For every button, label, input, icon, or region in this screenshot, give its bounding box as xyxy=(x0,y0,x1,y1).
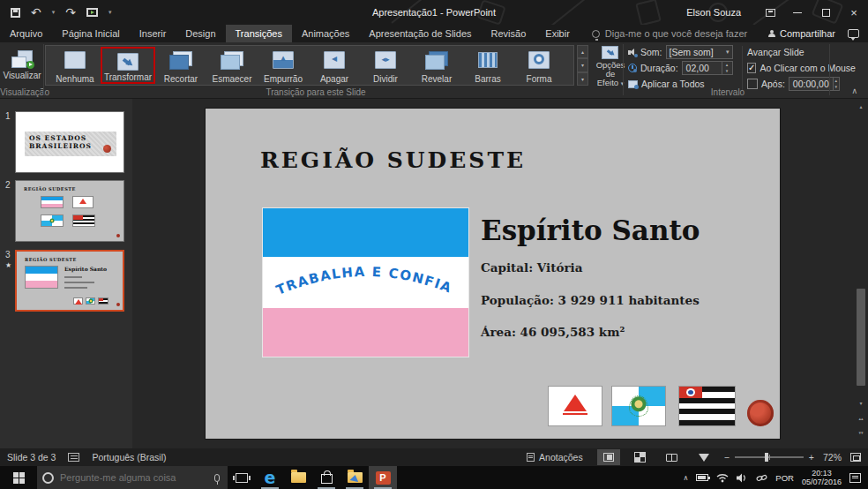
vertical-scrollbar[interactable]: ▴ ▾ ▴▴ ▾▾ xyxy=(856,99,866,448)
transition-empurrao[interactable]: ▴ Empurrão xyxy=(258,47,309,84)
cortana-search-box[interactable] xyxy=(37,466,228,489)
collapse-ribbon-icon[interactable]: ∧ xyxy=(851,87,857,95)
undo-icon[interactable]: ↶ xyxy=(31,6,41,19)
tell-me-box[interactable]: Diga-me o que você deseja fazer xyxy=(592,25,747,42)
normal-view-button[interactable] xyxy=(597,449,620,465)
zoom-slider[interactable] xyxy=(735,456,804,458)
reading-view-button[interactable] xyxy=(661,449,684,465)
wax-seal[interactable] xyxy=(747,400,774,426)
proofing-language-icon[interactable] xyxy=(68,453,79,462)
scroll-down-icon[interactable]: ▾ xyxy=(856,397,866,408)
tab-animacoes[interactable]: Animações xyxy=(292,25,359,42)
tab-design[interactable]: Design xyxy=(176,25,225,42)
population-line[interactable]: População: 3 929 911 habitantes xyxy=(481,293,700,307)
preview-button[interactable]: Visualizar xyxy=(3,44,41,87)
zoom-slider-handle[interactable] xyxy=(765,453,768,462)
ribbon-display-options-icon[interactable] xyxy=(757,0,783,25)
duration-spinner[interactable]: 02,00 ▴▾ xyxy=(682,61,733,75)
scrollbar-thumb[interactable] xyxy=(857,289,865,386)
next-slide-icon[interactable]: ▾▾ xyxy=(856,427,866,438)
slide-thumbnail-3-selected[interactable]: REGIÃO SUDESTE Espírito Santo xyxy=(15,250,124,312)
redo-icon[interactable]: ↷ xyxy=(65,6,76,19)
action-center-icon[interactable] xyxy=(849,473,861,483)
scroll-up-icon[interactable]: ▴ xyxy=(856,101,866,111)
gallery-scroll-down-icon[interactable]: ▾ xyxy=(577,58,588,71)
transition-barras[interactable]: Barras xyxy=(462,47,513,84)
tell-me-label: Diga-me o que você deseja fazer xyxy=(605,28,747,39)
gallery-scroll-up-icon[interactable]: ▴ xyxy=(577,45,588,58)
show-hidden-icons-chevron[interactable]: ∧ xyxy=(684,474,689,482)
on-click-checkbox[interactable]: ✓ xyxy=(747,63,756,73)
gallery-more-icon[interactable]: ▾ xyxy=(577,72,588,86)
microphone-icon[interactable] xyxy=(214,474,220,482)
slideshow-view-button[interactable] xyxy=(692,449,715,465)
transition-esmaecer[interactable]: Esmaecer xyxy=(206,47,258,84)
transition-recortar[interactable]: Recortar xyxy=(155,47,206,84)
tab-apresentacao-de-slides[interactable]: Apresentação de Slides xyxy=(359,25,481,42)
sao-paulo-flag[interactable] xyxy=(678,386,736,426)
task-view-button[interactable] xyxy=(228,466,256,489)
transition-dividir[interactable]: ◂▸ Dividir xyxy=(360,47,411,84)
documents-folder-button[interactable] xyxy=(340,466,369,489)
language-label[interactable]: Português (Brasil) xyxy=(92,452,166,463)
battery-icon[interactable] xyxy=(696,474,708,481)
spinner-arrows[interactable]: ▴▾ xyxy=(833,78,839,90)
slide-thumbnail-2[interactable]: REGIÃO SUDESTE xyxy=(15,180,124,242)
slide-sorter-view-button[interactable] xyxy=(629,449,652,465)
minas-gerais-flag[interactable] xyxy=(548,386,602,426)
transition-icon-split: ◂▸ xyxy=(370,50,400,72)
close-button[interactable]: × xyxy=(840,0,868,25)
transition-transformar[interactable]: Transformar xyxy=(101,47,155,84)
state-name[interactable]: Espírito Santo xyxy=(481,214,700,246)
start-button[interactable] xyxy=(0,466,37,489)
transition-applied-star-icon[interactable]: ★ xyxy=(5,261,11,269)
powerpoint-button[interactable]: P xyxy=(369,466,397,489)
transition-forma[interactable]: Forma xyxy=(513,47,565,84)
file-explorer-button[interactable] xyxy=(284,466,312,489)
signed-in-user[interactable]: Elson Souza xyxy=(686,7,741,18)
store-button[interactable] xyxy=(312,466,340,489)
transition-gallery: Nenhuma Transformar Recortar Esmaecer ▴ … xyxy=(45,45,574,86)
tab-inserir[interactable]: Inserir xyxy=(130,25,176,42)
transition-revelar[interactable]: Revelar xyxy=(411,47,462,84)
keyboard-language-indicator[interactable]: POR xyxy=(775,473,794,483)
tab-exibir[interactable]: Exibir xyxy=(535,25,580,42)
notes-button[interactable]: Anotações xyxy=(521,450,588,464)
slide-editing-area[interactable]: REGIÃO SUDESTE TRABALHA E CONFIA Espírit… xyxy=(206,109,780,439)
slide-title[interactable]: REGIÃO SUDESTE xyxy=(260,147,526,173)
capital-line[interactable]: Capital: Vitória xyxy=(481,260,582,275)
tab-revisao[interactable]: Revisão xyxy=(482,25,536,42)
area-line[interactable]: Área: 46 095,583 km² xyxy=(481,325,625,339)
fit-slide-to-window-icon[interactable] xyxy=(850,453,861,462)
share-button[interactable]: Compartilhar xyxy=(768,28,835,39)
zoom-percentage[interactable]: 72% xyxy=(823,452,842,463)
zoom-out-icon[interactable]: − xyxy=(724,452,730,463)
transition-apagar[interactable]: ◂ Apagar xyxy=(309,47,360,84)
wifi-icon[interactable] xyxy=(716,473,729,483)
save-icon[interactable] xyxy=(11,8,20,18)
start-from-beginning-icon[interactable] xyxy=(86,8,98,17)
connectivity-icon[interactable] xyxy=(756,473,767,483)
minimize-button[interactable] xyxy=(783,0,812,25)
tab-transicoes[interactable]: Transições xyxy=(226,25,292,42)
transition-nenhuma[interactable]: Nenhuma xyxy=(49,47,101,84)
rio-de-janeiro-flag[interactable] xyxy=(611,386,666,426)
comments-icon[interactable] xyxy=(848,29,859,38)
slide-counter[interactable]: Slide 3 de 3 xyxy=(7,452,56,463)
customize-qat-icon[interactable]: ▾ xyxy=(108,9,112,16)
undo-dropdown-icon[interactable]: ▾ xyxy=(52,9,56,16)
clock[interactable]: 20:13 05/07/2016 xyxy=(802,469,842,486)
previous-slide-icon[interactable]: ▴▴ xyxy=(856,413,866,424)
edge-button[interactable]: e xyxy=(256,466,284,489)
maximize-button[interactable] xyxy=(812,0,840,25)
sound-dropdown[interactable]: [Sem som] ▾ xyxy=(666,45,733,59)
slide-thumbnail-1[interactable]: OS ESTADOSBRASILEIROS xyxy=(15,111,124,173)
tab-pagina-inicial[interactable]: Página Inicial xyxy=(52,25,129,42)
slide-thumbnail-panel: 1 OS ESTADOSBRASILEIROS 2 REGIÃO SUDESTE… xyxy=(0,99,132,448)
search-input[interactable] xyxy=(60,472,208,483)
spinner-arrows[interactable]: ▴▾ xyxy=(722,62,732,74)
espirito-santo-flag[interactable]: TRABALHA E CONFIA xyxy=(262,207,469,357)
volume-icon[interactable] xyxy=(737,473,748,483)
tab-arquivo[interactable]: Arquivo xyxy=(0,25,52,42)
zoom-in-icon[interactable]: + xyxy=(809,452,814,463)
